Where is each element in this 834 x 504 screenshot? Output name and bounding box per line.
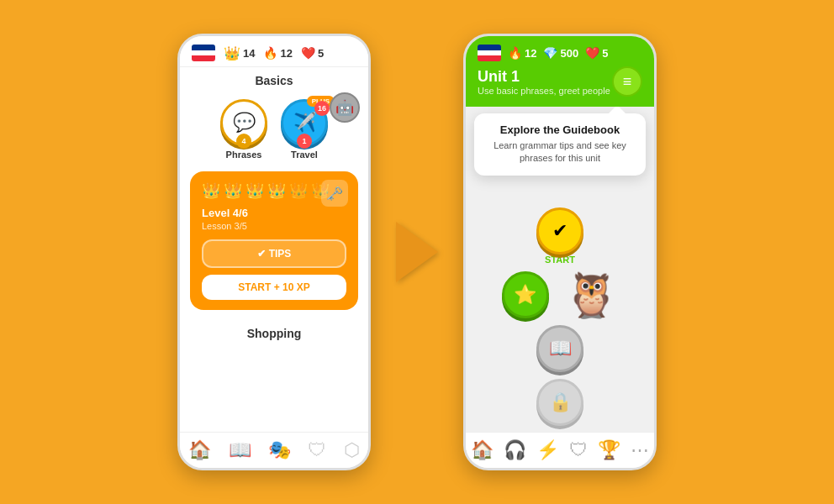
p2-nav-more[interactable]: ⋯ bbox=[631, 439, 649, 461]
guidebook-button[interactable]: ≡ bbox=[612, 66, 642, 97]
start-label: START bbox=[545, 255, 575, 265]
unit-subtitle: Use basic phrases, greet people bbox=[478, 86, 612, 96]
green-node-row: ⭐ 🦉 bbox=[502, 271, 619, 318]
phone2-header: 🔥 12 💎 500 ❤️ 5 Unit 1 Use basic phrases… bbox=[466, 36, 654, 107]
travel-count-badge: 16 bbox=[314, 101, 330, 116]
phone-left: 👑 14 🔥 12 ❤️ 5 Basics 💬 bbox=[177, 34, 371, 470]
tooltip-text: Learn grammar tips and see key phrases f… bbox=[486, 139, 634, 165]
robot-avatar: 🤖 bbox=[330, 92, 360, 123]
tips-check-icon: ✔ bbox=[257, 248, 266, 260]
start-button[interactable]: START + 10 XP bbox=[202, 275, 346, 300]
phone2-header-top: 🔥 12 💎 500 ❤️ 5 bbox=[478, 45, 642, 61]
right-arrow bbox=[396, 222, 438, 282]
crown-icon: 👑 bbox=[224, 45, 240, 61]
node-start-row: ✔ START bbox=[536, 207, 583, 265]
gem-icon: 💎 bbox=[543, 46, 557, 60]
fire-count-right: 12 bbox=[525, 47, 536, 60]
phrases-badge: 4 bbox=[236, 134, 251, 149]
travel-icon: ✈️ bbox=[293, 112, 316, 134]
tooltip-title: Explore the Guidebook bbox=[486, 123, 634, 136]
travel-label: Travel bbox=[291, 150, 318, 160]
nav-masks-icon[interactable]: 🎭 bbox=[268, 439, 291, 461]
phone1-header: 👑 14 🔥 12 ❤️ 5 bbox=[180, 36, 368, 67]
duolingo-owl: 🦉 bbox=[564, 273, 619, 317]
main-scene: 👑 14 🔥 12 ❤️ 5 Basics 💬 bbox=[0, 0, 834, 504]
level-text: Level 4/6 bbox=[202, 207, 346, 219]
lessons-row: 💬 4 Phrases ✈️ 1 Travel PLUS 16 bbox=[180, 96, 368, 163]
basics-label: Basics bbox=[180, 74, 368, 87]
heart-count: 5 bbox=[318, 47, 324, 60]
lesson-nodes: ✔ START ⭐ 🦉 📖 🔒 bbox=[466, 207, 654, 426]
flag-icon bbox=[192, 45, 215, 61]
lesson-text: Lesson 3/5 bbox=[202, 221, 346, 231]
lesson-travel[interactable]: ✈️ 1 Travel PLUS 16 bbox=[281, 99, 328, 160]
start-label: START + 10 XP bbox=[238, 281, 309, 293]
crown-stat: 👑 14 bbox=[224, 45, 255, 61]
p2-nav-lightning[interactable]: ⚡ bbox=[536, 439, 559, 461]
crown-3: 👑 bbox=[245, 181, 264, 200]
basics-section: Basics bbox=[180, 67, 368, 96]
gray-node-row: 📖 bbox=[536, 325, 583, 372]
p2-nav-headphones[interactable]: 🎧 bbox=[504, 439, 526, 461]
phone2-content: Explore the Guidebook Learn grammar tips… bbox=[466, 107, 654, 432]
node-gray-book[interactable]: 📖 bbox=[536, 325, 583, 372]
lock-node-row: 🔒 bbox=[536, 379, 583, 426]
fire-icon: 🔥 bbox=[263, 46, 277, 60]
phone1-content: Basics 💬 4 Phrases ✈️ 1 Tr bbox=[180, 67, 368, 432]
travel-badge: 1 bbox=[297, 134, 312, 149]
p2-nav-home[interactable]: 🏠 bbox=[471, 439, 494, 461]
heart-count-right: 5 bbox=[602, 47, 608, 60]
nav-home-icon[interactable]: 🏠 bbox=[188, 439, 211, 461]
tips-button[interactable]: ✔ TIPS bbox=[202, 239, 346, 268]
unit-title: Unit 1 bbox=[478, 68, 612, 86]
phrases-label: Phrases bbox=[226, 150, 262, 160]
fire-icon-right: 🔥 bbox=[508, 46, 522, 60]
guidebook-icon: ≡ bbox=[623, 73, 632, 91]
start-node-group: ✔ START bbox=[536, 207, 583, 265]
arrow-wrapper bbox=[396, 222, 438, 282]
heart-icon-right: ❤️ bbox=[585, 46, 599, 60]
node-green[interactable]: ⭐ bbox=[502, 271, 549, 318]
heart-icon: ❤️ bbox=[301, 46, 315, 60]
crown-4: 👑 bbox=[267, 181, 286, 200]
phone1-nav: 🏠 📖 🎭 🛡 ⬡ bbox=[180, 432, 368, 468]
crown-5: 👑 bbox=[289, 181, 308, 200]
unit-texts: Unit 1 Use basic phrases, greet people bbox=[478, 68, 612, 96]
p2-nav-shield[interactable]: 🛡 bbox=[569, 439, 588, 461]
nav-hex-icon[interactable]: ⬡ bbox=[344, 439, 360, 461]
crown-2: 👑 bbox=[224, 181, 242, 200]
progress-box: 👑 👑 👑 👑 👑 👑 🗝️ Level 4/6 Lesson 3/5 ✔ TI… bbox=[190, 171, 358, 310]
phrases-circle: 💬 4 bbox=[220, 99, 267, 146]
heart-stat-right: ❤️ 5 bbox=[585, 46, 608, 60]
flag-icon-right bbox=[478, 45, 501, 61]
nav-book-icon[interactable]: 📖 bbox=[229, 439, 251, 461]
gem-stat-right: 💎 500 bbox=[543, 46, 578, 60]
lesson-phrases[interactable]: 💬 4 Phrases bbox=[220, 99, 267, 160]
node-gray-lock: 🔒 bbox=[536, 379, 583, 426]
unit-header-row: Unit 1 Use basic phrases, greet people ≡ bbox=[478, 66, 642, 97]
fire-stat: 🔥 12 bbox=[263, 46, 292, 60]
key-button[interactable]: 🗝️ bbox=[321, 180, 348, 207]
phone2-nav: 🏠 🎧 ⚡ 🛡 🏆 ⋯ bbox=[466, 432, 654, 468]
p2-nav-trophy[interactable]: 🏆 bbox=[598, 439, 620, 461]
crown-count: 14 bbox=[243, 47, 255, 60]
crown-1: 👑 bbox=[202, 181, 220, 200]
phrases-icon: 💬 bbox=[233, 112, 256, 134]
phone-right: 🔥 12 💎 500 ❤️ 5 Unit 1 Use basic phrases… bbox=[463, 34, 657, 470]
tips-label: TIPS bbox=[269, 248, 292, 260]
guidebook-tooltip: Explore the Guidebook Learn grammar tips… bbox=[474, 113, 646, 176]
heart-stat: ❤️ 5 bbox=[301, 46, 324, 60]
gem-count: 500 bbox=[560, 47, 578, 60]
fire-stat-right: 🔥 12 bbox=[508, 46, 536, 60]
nav-shield-icon[interactable]: 🛡 bbox=[308, 439, 326, 461]
shopping-label: Shopping bbox=[180, 318, 368, 345]
fire-count: 12 bbox=[280, 47, 292, 60]
node-gold[interactable]: ✔ bbox=[536, 207, 583, 255]
